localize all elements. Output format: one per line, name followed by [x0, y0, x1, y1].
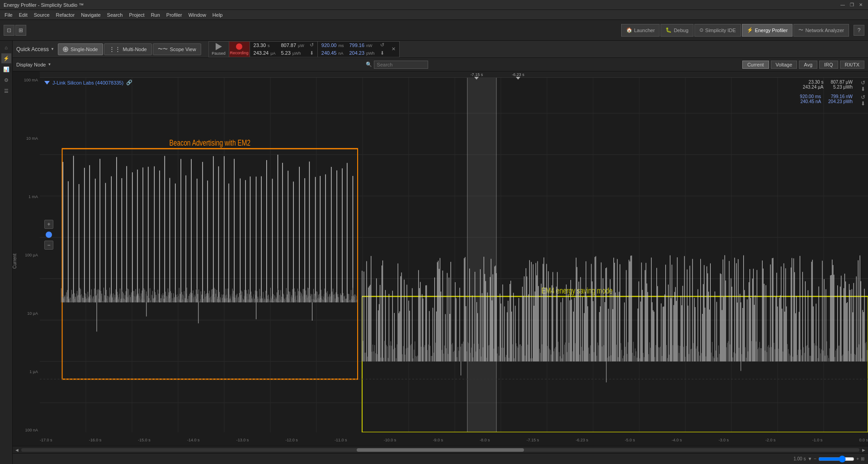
x-tick-15: -2.0 s	[765, 438, 776, 442]
menu-navigate[interactable]: Navigate	[78, 11, 103, 19]
zoom-dropdown-arrow: ▼	[807, 456, 812, 461]
quick-access-button[interactable]: Quick Access ▼	[16, 46, 54, 52]
fit-view-icon[interactable]: ⊞	[861, 456, 864, 461]
menu-project[interactable]: Project	[126, 11, 147, 19]
meas-close-btn[interactable]: ✕	[390, 46, 396, 52]
reset-icon-btn[interactable]: ↺	[310, 42, 314, 48]
chart-power: 807.87 µW	[830, 80, 853, 85]
maximize-button[interactable]: ❐	[848, 1, 855, 9]
x-tick-10: -7.15 s	[527, 438, 539, 442]
single-node-button[interactable]: Single-Node	[58, 43, 103, 55]
minimize-button[interactable]: —	[839, 1, 846, 9]
toolbar-icon-2[interactable]: ⊞	[15, 25, 26, 36]
display-node-arrow: ▼	[47, 62, 51, 66]
menu-window[interactable]: Window	[186, 11, 209, 19]
cursor-2-marker[interactable]: -6.23 s	[512, 72, 524, 80]
zoom-out-icon[interactable]: −	[814, 456, 816, 461]
sidebar-profiler[interactable]: ⚡	[1, 53, 11, 63]
scroll-right-btn[interactable]: ►	[861, 447, 866, 453]
view-current-btn[interactable]: Current	[742, 61, 769, 69]
help-button[interactable]: ?	[854, 25, 864, 36]
menu-help[interactable]: Help	[210, 11, 226, 19]
search-input[interactable]	[374, 61, 428, 69]
play-button[interactable]: Paused	[208, 41, 229, 57]
top-toolbar: ⊡ ⊞ 🏠 Launcher 🐛 Debug ⊙ Simplicity IDE …	[0, 20, 868, 41]
sidebar-list[interactable]: ☰	[1, 86, 11, 96]
chart-mdl-btn[interactable]: ⬇	[861, 100, 865, 107]
view-irq-btn[interactable]: IRQ	[819, 61, 838, 69]
meas-curr1: 240.45	[321, 50, 337, 56]
menu-profiler[interactable]: Profiler	[164, 11, 185, 19]
scroll-thumb[interactable]	[357, 448, 524, 452]
menu-edit[interactable]: Edit	[16, 11, 30, 19]
quick-access-arrow: ▼	[51, 47, 54, 51]
display-node-button[interactable]: Display Node ▼	[16, 62, 51, 67]
scope-view-button[interactable]: 〜〜 Scope View	[153, 43, 201, 55]
zoom-handle[interactable]	[46, 232, 52, 238]
x-tick-13: -4.0 s	[672, 438, 682, 442]
view-modes: Single-Node ⋮⋮ Multi-Node 〜〜 Scope View	[58, 43, 201, 55]
sidebar-graph[interactable]: 📊	[1, 64, 11, 74]
toolbar-icon-1[interactable]: ⊡	[4, 25, 14, 36]
menu-refactor[interactable]: Refactor	[53, 11, 78, 19]
x-tick-12: -5.0 s	[625, 438, 635, 442]
x-tick-9: -8.0 s	[480, 438, 490, 442]
display-node-label: Display Node	[16, 62, 46, 67]
cursor-1-marker[interactable]: -7.15 s	[471, 72, 483, 80]
y-tick-7: 100 nA	[25, 428, 38, 432]
scroll-left-btn[interactable]: ◄	[14, 447, 19, 453]
record-button[interactable]: Recording	[229, 41, 250, 57]
home-icon: 🏠	[626, 27, 632, 33]
title-bar-title: Energy Profiler - Simplicity Studio ™	[4, 2, 84, 8]
multi-node-icon: ⋮⋮	[109, 46, 121, 52]
zoom-in-button[interactable]: +	[44, 220, 53, 229]
tab-launcher[interactable]: 🏠 Launcher	[621, 24, 660, 37]
x-tick-4: -13.0 s	[236, 438, 249, 442]
menu-file[interactable]: File	[2, 11, 15, 19]
bottom-scrollbar: ◄ ►	[13, 446, 868, 453]
sidebar-settings[interactable]: ⚙	[1, 75, 11, 85]
scope-icon: 〜〜	[158, 46, 168, 52]
paused-label: Paused	[212, 51, 226, 56]
x-tick-11: -6.23 s	[576, 438, 588, 442]
y-tick-1: 100 mA	[24, 78, 38, 82]
view-avg-btn[interactable]: Avg	[799, 61, 817, 69]
quick-access-label: Quick Access	[16, 46, 49, 52]
meas-energy1: 204.23	[349, 50, 364, 56]
perspective-tabs: 🏠 Launcher 🐛 Debug ⊙ Simplicity IDE ⚡ En…	[621, 20, 865, 41]
zoom-slider[interactable]	[818, 457, 854, 461]
download-btn[interactable]: ⬇	[310, 50, 314, 56]
scroll-track[interactable]	[21, 448, 859, 452]
tab-debug[interactable]: 🐛 Debug	[660, 24, 693, 37]
multi-node-button[interactable]: ⋮⋮ Multi-Node	[104, 43, 152, 55]
zoom-in-icon[interactable]: +	[856, 456, 859, 461]
view-rxtx-btn[interactable]: RX/TX	[840, 61, 864, 69]
y-tick-5: 10 µA	[27, 311, 38, 316]
close-button[interactable]: ✕	[857, 1, 864, 9]
chart-area: -7.15 s -6.23 s 100 mA 10 mA 1 mA 100 µA…	[13, 71, 868, 446]
zoom-out-button[interactable]: −	[44, 241, 53, 250]
chart-menergy: 204.23 pWh	[828, 99, 853, 104]
chart-mreset-btn[interactable]: ↺	[861, 94, 865, 100]
sidebar-home[interactable]: ⌂	[1, 43, 11, 52]
meas-download-btn[interactable]: ⬇	[380, 50, 384, 56]
meas-reset-btn[interactable]: ↺	[380, 42, 384, 48]
meas-power1: 799.16	[349, 43, 364, 48]
current-value: 243.24	[254, 50, 269, 56]
menu-run[interactable]: Run	[148, 11, 163, 19]
menu-source[interactable]: Source	[31, 11, 52, 19]
tab-energy-profiler[interactable]: ⚡ Energy Profiler	[742, 24, 793, 37]
view-voltage-btn[interactable]: Voltage	[771, 61, 797, 69]
x-tick-6: -11.0 s	[335, 438, 347, 442]
x-tick-17: 0.0 s	[859, 438, 868, 442]
tab-network-analyzer[interactable]: 〜 Network Analyzer	[793, 24, 849, 37]
chart-canvas: J-Link Silicon Labs (440078335) 🔗	[40, 78, 868, 432]
time-value: 23.30	[254, 43, 266, 48]
power-value: 807.87	[281, 43, 296, 48]
meas-time1: 920.00	[321, 43, 337, 48]
menu-search[interactable]: Search	[104, 11, 126, 19]
bottom-status: 1.00 s ▼ − + ⊞	[13, 453, 868, 464]
chart-dl-btn[interactable]: ⬇	[861, 86, 865, 92]
chart-reset-btn[interactable]: ↺	[861, 80, 865, 86]
tab-simplicity-ide[interactable]: ⊙ Simplicity IDE	[694, 24, 741, 37]
